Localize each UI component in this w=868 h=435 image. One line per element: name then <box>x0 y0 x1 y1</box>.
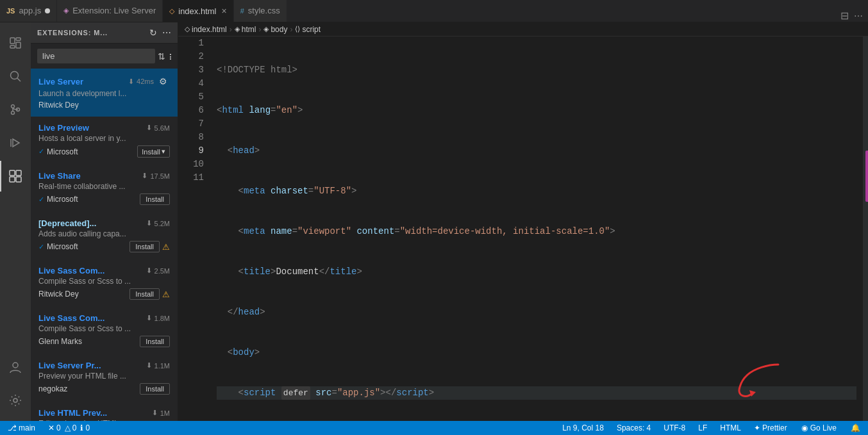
install-button-live-share[interactable]: Install <box>140 193 170 205</box>
tab-index-html[interactable]: ◇ index.html × <box>163 0 233 22</box>
branch-icon: ⎇ <box>8 423 17 432</box>
split-editor-icon[interactable]: ⊟ <box>840 10 849 22</box>
sidebar-header-icons: ↻ ⋯ <box>149 28 171 38</box>
go-live-button[interactable]: ◉ Go Live <box>797 421 840 435</box>
activity-source-control[interactable] <box>0 94 31 125</box>
filter-button[interactable]: ⫶ <box>168 49 172 63</box>
ext-publisher-deprecated: ✓ Microsoft <box>38 242 78 251</box>
extension-item-live-preview[interactable]: Live Preview ⬇ 5.6M Hosts a local server… <box>31 117 178 165</box>
status-prettier[interactable]: ✦ Prettier <box>751 421 790 435</box>
code-lines: 1 2 3 4 5 6 7 8 9 10 11 <!DOCTYPE html> <box>178 37 868 421</box>
breadcrumb: ◇ index.html › ◈ html › ◈ body › ⟨⟩ scri… <box>178 22 868 37</box>
more-actions-icon[interactable]: ⋯ <box>854 11 863 21</box>
ext-desc-live-preview: Hosts a local server in y... <box>38 134 170 143</box>
token: < <box>217 104 222 117</box>
ext-manage-gear[interactable]: ⚙ <box>156 75 170 88</box>
encoding-text: UTF-8 <box>664 423 685 432</box>
breadcrumb-html[interactable]: ◈ html <box>235 25 256 34</box>
status-branch[interactable]: ⎇ main <box>5 421 38 435</box>
minimap <box>863 37 868 421</box>
token: name <box>271 225 292 238</box>
verified-icon-1: ✓ <box>38 147 44 156</box>
ext-name-deprecated: [Deprecated]... <box>38 218 96 228</box>
activity-explorer[interactable] <box>0 28 31 58</box>
token: title <box>244 265 271 279</box>
activity-settings[interactable] <box>0 385 31 416</box>
sidebar-title: EXTENSIONS: M... <box>37 29 108 37</box>
activity-extensions[interactable] <box>0 161 31 192</box>
status-line-ending[interactable]: LF <box>696 421 710 435</box>
install-button-live-sass-1[interactable]: Install <box>129 288 160 300</box>
svg-point-17 <box>13 398 17 402</box>
prettier-text: Prettier <box>762 423 787 432</box>
token: > <box>356 265 362 279</box>
tab-style-css[interactable]: # style.css <box>234 0 287 22</box>
editor-area: ◇ index.html › ◈ html › ◈ body › ⟨⟩ scri… <box>178 22 868 421</box>
ext-name-live-preview: Live Preview <box>38 123 89 133</box>
extension-item-live-html-prev[interactable]: Live HTML Prev... ⬇ 1M Edit and preview … <box>31 402 178 421</box>
status-encoding[interactable]: UTF-8 <box>661 421 688 435</box>
extension-item-live-sass-2[interactable]: Live Sass Com... ⬇ 1.8M Compile Sass or … <box>31 307 178 354</box>
line-num-9: 9 <box>191 144 204 158</box>
sort-filter-button[interactable]: ⇅ <box>158 49 165 63</box>
token: lang <box>249 104 271 117</box>
minimap-slider[interactable] <box>864 37 868 421</box>
info-icon: ℹ <box>80 423 83 432</box>
extension-item-live-server-pr[interactable]: Live Server Pr... ⬇ 1.1M Preview your HT… <box>31 354 178 402</box>
search-input[interactable] <box>37 49 155 63</box>
extension-item-deprecated[interactable]: [Deprecated]... ⬇ 5.2M Adds audio callin… <box>31 212 178 259</box>
error-count: 0 <box>56 423 61 432</box>
token: meta <box>244 225 265 238</box>
ext-download-icon-2: ⬇ <box>142 172 147 180</box>
svg-point-4 <box>11 72 19 79</box>
ext-publisher-live-server-pr: negokaz <box>38 384 67 393</box>
activity-run[interactable] <box>0 127 31 158</box>
ext-downloads-deprecated: 5.2M <box>154 220 170 227</box>
ext-downloads-live-share: 17.5M <box>150 172 170 180</box>
status-errors[interactable]: ✕ 0 △ 0 ℹ 0 <box>46 421 92 435</box>
tab-close-button[interactable]: × <box>222 6 227 16</box>
code-editor[interactable]: 1 2 3 4 5 6 7 8 9 10 11 <!DOCTYPE html> <box>178 37 868 421</box>
code-line-8: <body> <box>217 346 856 359</box>
token <box>276 386 281 400</box>
install-button-live-preview[interactable]: Install ▾ <box>137 145 170 158</box>
line-num-5: 5 <box>191 90 204 104</box>
code-line-2: <html lang="en"> <box>217 104 856 117</box>
ext-publisher-live-sass-2: Glenn Marks <box>38 337 82 346</box>
refresh-icon[interactable]: ↻ <box>149 28 157 38</box>
go-live-text: Go Live <box>810 423 837 432</box>
extension-item-live-server[interactable]: Live Server ⬇ 42ms ⚙ Launch a developmen… <box>31 69 178 117</box>
breadcrumb-index-html[interactable]: ◇ index.html <box>185 25 227 34</box>
install-button-live-sass-2[interactable]: Install <box>140 336 170 347</box>
ext-meta-live-server: ⬇ 42ms ⚙ <box>128 75 170 88</box>
status-position[interactable]: Ln 9, Col 18 <box>560 421 606 435</box>
breadcrumb-body[interactable]: ◈ body <box>263 25 287 34</box>
more-icon[interactable]: ⋯ <box>162 28 171 38</box>
tab-app-js[interactable]: JS app.js <box>0 0 57 22</box>
svg-rect-14 <box>10 177 15 182</box>
status-bell[interactable]: 🔔 <box>848 421 863 435</box>
status-spaces[interactable]: Spaces: 4 <box>614 421 653 435</box>
line-ending-text: LF <box>698 423 707 432</box>
tab-live-server-ext[interactable]: ◈ Extension: Live Server <box>57 0 163 22</box>
token: > <box>297 104 303 117</box>
token: </ <box>319 265 330 279</box>
install-button-live-server-pr[interactable]: Install <box>140 383 170 395</box>
code-content[interactable]: <!DOCTYPE html> <html lang="en"> <head> … <box>210 37 863 421</box>
token: "viewport" <box>297 225 351 238</box>
extension-item-live-sass-1[interactable]: Live Sass Com... ⬇ 2.5M Compile Sass or … <box>31 259 178 307</box>
breadcrumb-script[interactable]: ⟨⟩ script <box>295 25 321 34</box>
breadcrumb-sep-3: › <box>290 25 292 34</box>
status-language[interactable]: HTML <box>717 421 744 435</box>
tab-html-icon: ◇ <box>169 7 174 15</box>
token <box>265 225 271 238</box>
activity-search[interactable] <box>0 61 31 92</box>
activity-accounts[interactable] <box>0 352 31 382</box>
extension-item-live-share[interactable]: Live Share ⬇ 17.5M Real-time collaborati… <box>31 165 178 212</box>
ext-meta-live-share: ⬇ 17.5M <box>142 172 170 180</box>
install-button-deprecated[interactable]: Install <box>129 241 160 252</box>
token <box>351 225 356 238</box>
ext-meta-deprecated: ⬇ 5.2M <box>146 219 170 227</box>
status-bar: ⎇ main ✕ 0 △ 0 ℹ 0 Ln 9, Col 18 Spaces: … <box>0 421 868 435</box>
tab-css-icon: # <box>240 7 244 15</box>
